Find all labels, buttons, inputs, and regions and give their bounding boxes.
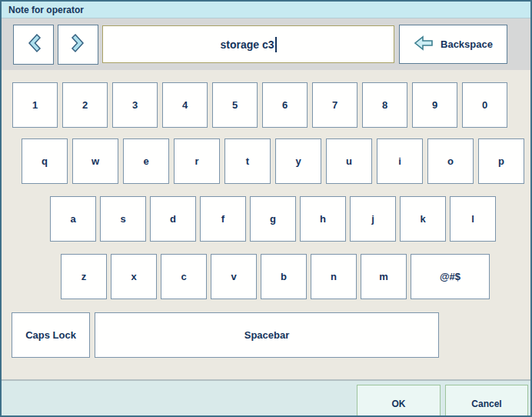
key-r[interactable]: r [174,138,220,184]
caps-lock-key[interactable]: Caps Lock [12,312,90,358]
chevron-right-icon [69,33,88,56]
backspace-button[interactable]: Backspace [399,25,507,64]
key-m[interactable]: m [361,254,407,299]
note-for-operator-dialog: Note for operator storage c3 [0,0,532,417]
note-text-value: storage c3 [220,38,274,51]
key-p[interactable]: p [478,138,524,184]
cursor-left-button[interactable] [13,25,54,65]
spacebar-key[interactable]: Spacebar [95,312,439,358]
ok-button[interactable]: OK [357,385,441,417]
key-a[interactable]: a [50,196,96,242]
toolbar: storage c3 Backspace [2,18,530,70]
key-t[interactable]: t [224,138,271,184]
key-z[interactable]: z [61,254,107,299]
keyboard-row-qwerty: q w e r t y u i o p [2,138,530,184]
key-w[interactable]: w [72,138,118,184]
backspace-arrow-icon [414,35,434,53]
keyboard-row-space: Caps Lock Spacebar [2,312,530,358]
keyboard-row-home: a s d f g h j k l [2,196,530,242]
key-symbols[interactable]: @#$ [411,254,490,299]
key-e[interactable]: e [123,138,169,184]
key-n[interactable]: n [311,254,357,299]
chevron-left-icon [25,33,43,56]
key-b[interactable]: b [261,254,307,299]
dialog-footer: OK Cancel [2,379,530,417]
cursor-right-button[interactable] [58,25,98,65]
key-g[interactable]: g [250,196,296,242]
key-1[interactable]: 1 [12,82,58,128]
title-bar: Note for operator [2,2,530,18]
key-d[interactable]: d [150,196,196,242]
cancel-button[interactable]: Cancel [445,385,528,417]
key-0[interactable]: 0 [462,82,507,128]
key-3[interactable]: 3 [112,82,158,128]
key-q[interactable]: q [22,138,68,184]
key-2[interactable]: 2 [62,82,108,128]
keyboard-row-bottom: z x c v b n m @#$ [2,254,530,299]
key-s[interactable]: s [100,196,146,242]
key-v[interactable]: v [211,254,257,299]
onscreen-keyboard: 1 2 3 4 5 6 7 8 9 0 q w e r t y u i o p … [2,82,530,379]
key-l[interactable]: l [450,196,496,242]
key-h[interactable]: h [300,196,346,242]
key-4[interactable]: 4 [162,82,208,128]
dialog-title: Note for operator [8,5,84,15]
key-u[interactable]: u [326,138,372,184]
key-6[interactable]: 6 [262,82,308,128]
key-i[interactable]: i [377,138,423,184]
key-8[interactable]: 8 [362,82,407,128]
key-j[interactable]: j [350,196,396,242]
key-x[interactable]: x [111,254,157,299]
key-c[interactable]: c [161,254,207,299]
key-y[interactable]: y [275,138,321,184]
key-7[interactable]: 7 [312,82,357,128]
text-caret [275,37,277,52]
backspace-label: Backspace [441,38,493,50]
key-o[interactable]: o [427,138,474,184]
key-5[interactable]: 5 [212,82,258,128]
key-f[interactable]: f [200,196,246,242]
note-text-input[interactable]: storage c3 [102,25,394,63]
keyboard-row-numbers: 1 2 3 4 5 6 7 8 9 0 [2,82,530,128]
key-k[interactable]: k [400,196,446,242]
key-9[interactable]: 9 [412,82,457,128]
